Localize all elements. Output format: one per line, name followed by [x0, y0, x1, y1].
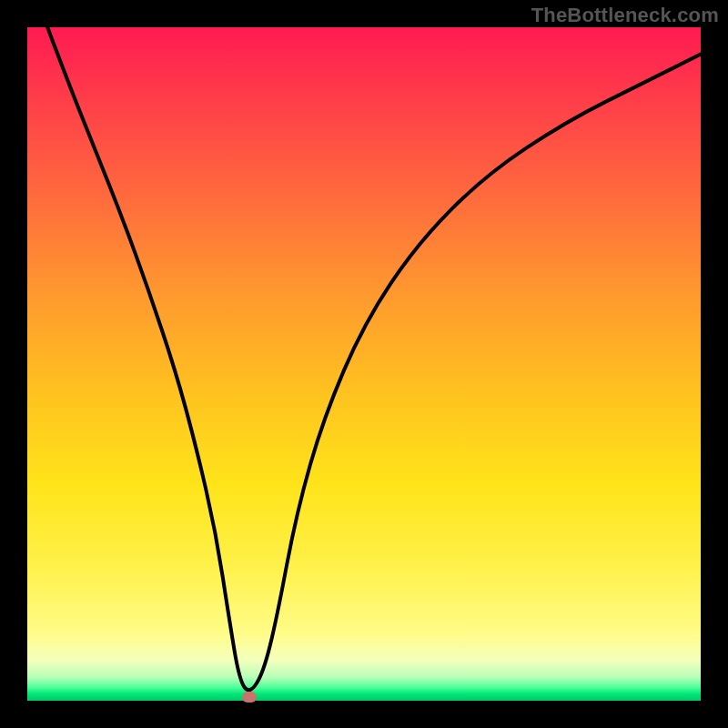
bottleneck-curve	[47, 27, 701, 690]
watermark-text: TheBottleneck.com	[531, 4, 719, 27]
curve-layer	[27, 27, 701, 701]
optimal-point-marker	[242, 692, 257, 703]
chart-frame: TheBottleneck.com	[0, 0, 728, 728]
plot-area	[27, 27, 701, 701]
